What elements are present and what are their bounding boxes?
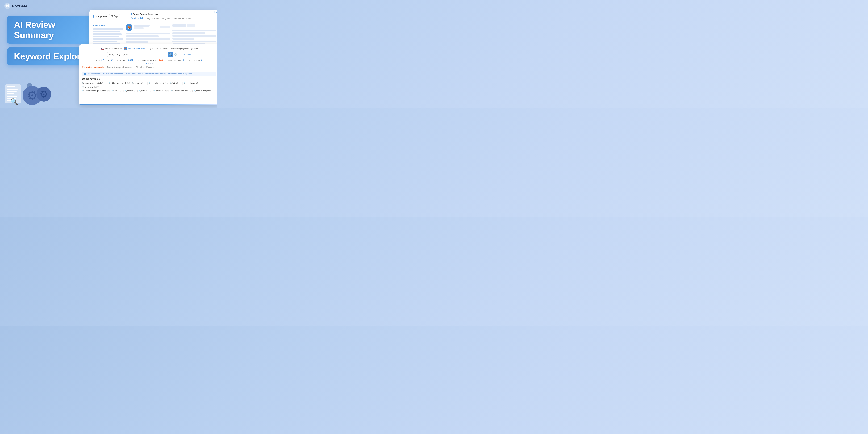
svg-point-3 [6,5,9,7]
kw-chip-3: 🔍 desert x 41 + [132,82,146,85]
svg-point-6 [7,6,8,7]
unique-keywords-label: Unique Keywords [82,78,216,80]
kw-add-11[interactable]: + [149,90,151,92]
tab-bug[interactable]: Bug 0 [162,17,170,20]
tab-global-hot-keywords[interactable]: Global Hot Keywords [136,66,155,70]
search-input[interactable]: bungo stray dogs totl [107,52,166,57]
decorative-area: 🔍 ⚙ ⚙ [0,70,69,108]
vol-stat: Vol 41 [107,59,114,61]
the-fol-text: The fol [214,11,217,13]
stats-row: Rank 27 Vol 41 Max. Reach 6637 Number of… [82,59,216,61]
deco-gear-2-icon: ⚙ [36,87,51,101]
svg-point-4 [6,6,7,6]
keywords-row-1: 🔍 bungo stray dogs totl 41 + | 🔍 offline… [82,82,216,88]
keyword-search-header: 🇺🇸 US users search for 🦊 Zenless Zone Ze… [82,47,216,50]
tab-negative[interactable]: Negative 4 [147,17,159,20]
app-name-link[interactable]: Zenless Zone Zero [128,48,145,50]
info-banner: i The number behind the keywords means s… [82,71,216,76]
app-mini-icon: 🦊 [124,47,127,50]
copy-button[interactable]: Copy [109,14,121,19]
kw-chip-4: 🔍 gacha life club 41 + [149,82,167,85]
kw-chip-1: 🔍 bungo stray dogs totl 41 + [82,82,106,85]
kw-chip-13: 🔍 warzone mobile 58 + [171,89,191,92]
review-tabs: Positive 3 Negative 4 Bug 0 Requirements… [131,17,216,20]
ai-review-summary-button[interactable]: AI Review Summary [7,16,97,44]
review-app-row: 🦊 [126,24,170,31]
kw-chip-12: 🔍 gacha life 59 + [153,89,169,92]
search-results-stat: Number of search results 248 [137,59,163,61]
opportunity-score-stat: Opportunity Score 0 [167,59,184,61]
header: FoxData [4,3,27,10]
kw-add-10[interactable]: + [134,90,136,92]
kw-chip-8: 🔍 genshin impact quest guide - + [82,89,110,92]
search-context-suffix: , they also like to search for the follo… [146,48,197,50]
kw-add-13[interactable]: + [189,90,191,92]
hero-line1-text: AI Review Summary [14,20,55,40]
history-records-button[interactable]: 🕐 History Records [174,53,191,56]
tab-competitor-keywords[interactable]: Competitor Keywords [82,66,104,70]
brand-name: FoxData [12,4,27,8]
dot-2[interactable] [148,63,149,64]
tab-requirements[interactable]: Requirements 5 [174,17,191,20]
difficulty-score-stat: Difficulty Score 0 [188,59,203,61]
kw-chip-5: 🔍 5gto 42 + [170,82,181,85]
search-button[interactable]: 🔍 [168,52,173,57]
kw-chip-9: 🔍 yune - + [112,89,122,92]
review-card-header: User profile Copy Smart Review Summary [93,13,216,22]
keywords-row-2: 🔍 genshin impact quest guide - + | 🔍 yun… [82,89,216,92]
right-panel: User profile Copy Smart Review Summary [84,9,217,107]
us-flag-icon: 🇺🇸 [101,47,104,50]
smart-review-label: Smart Review Summary [131,13,216,16]
kw-add-12[interactable]: + [166,90,169,92]
kw-add-14[interactable]: + [212,90,214,92]
bottom-progress-bar [79,104,217,105]
ai-analysis-button[interactable]: + AI Analysis [93,24,123,27]
svg-point-5 [8,6,8,6]
kw-chip-6: 🔍 earth impact 41 + [184,82,201,85]
tab-positive[interactable]: Positive 3 [131,17,143,20]
kw-add-3[interactable]: + [144,82,146,84]
user-profile-label: User profile [93,15,107,18]
kw-add-9[interactable]: + [120,90,122,92]
kw-chip-10: 🔍 zelle 68 + [125,89,136,92]
dot-4[interactable] [152,63,153,64]
rank-stat: Rank 27 [96,59,104,61]
deco-search-icon: 🔍 [10,98,18,105]
kw-chip-2: 🔍 offline rpg games 41 + [108,82,130,85]
keyword-card: 🇺🇸 US users search for 🦊 Zenless Zone Ze… [79,44,217,105]
info-icon: i [84,72,86,75]
kw-add-6[interactable]: + [198,82,201,84]
kw-add-1[interactable]: + [104,82,106,84]
dot-1[interactable] [146,63,147,64]
dot-3[interactable] [150,63,151,64]
kw-add-8[interactable]: + [107,90,110,92]
app-icon: 🦊 [126,24,132,31]
svg-rect-9 [111,16,112,17]
kw-chip-7: 🔍 joycity corp 41 + [82,86,99,88]
kw-add-5[interactable]: + [179,82,181,84]
max-reach-stat: Max. Reach 6637 [117,59,133,61]
kw-add-7[interactable]: + [96,86,99,88]
kw-chip-11: 🔍 twitch 67 + [139,89,151,92]
pagination-dots [82,63,216,64]
kw-add-2[interactable]: + [127,82,130,84]
logo-icon [4,3,10,10]
tab-market-category-keywords[interactable]: Market Category Keywords [107,66,132,70]
search-bar-row: bungo stray dogs totl 🔍 🕐 History Record… [82,52,216,57]
kw-chip-14: 🔍 dead by daylight 56 + [194,89,214,92]
hero-line2-text: Keyword Explore [14,51,85,61]
kw-add-4[interactable]: + [165,82,167,84]
search-context-text: US users search for [105,48,122,50]
keyword-tabs: Competitor Keywords Market Category Keyw… [82,66,216,70]
